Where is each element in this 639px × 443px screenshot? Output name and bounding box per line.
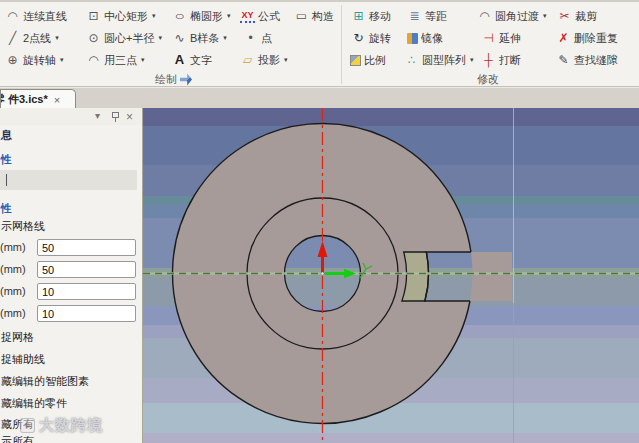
- tool-formula[interactable]: XY公式: [240, 6, 280, 26]
- tool-ellipse[interactable]: ○椭圆形▾: [172, 6, 231, 26]
- watermark-logo-icon: [20, 418, 35, 433]
- tool-trim[interactable]: ✂裁剪: [557, 6, 597, 26]
- sketch-origin-point[interactable]: [321, 272, 324, 275]
- modify-group-label: 修改: [477, 72, 499, 87]
- tool-offset[interactable]: ≣等距: [407, 6, 447, 26]
- application-window: ◠连续直线⊡中心矩形▾○椭圆形▾XY公式▭构造╱2点线▾⊙圆心+半径▾∿B样条▾…: [0, 0, 639, 443]
- document-tab[interactable]: 零 件3.ics* ×: [0, 89, 76, 109]
- tool-label: 等距: [425, 9, 447, 24]
- grid-spacing-y-input[interactable]: [37, 305, 136, 322]
- panel-link-properties-1[interactable]: 性: [1, 152, 12, 167]
- tool-label: 椭圆形: [190, 9, 223, 24]
- sketch-viewport[interactable]: [143, 108, 639, 443]
- panel-toggle-1[interactable]: 捉辅助线: [1, 352, 45, 367]
- tool-two-point-line[interactable]: ╱2点线▾: [5, 28, 59, 48]
- circle-icon: ⊙: [86, 31, 101, 45]
- mm-label: (mm): [0, 307, 26, 319]
- tool-label: 中心矩形: [104, 9, 148, 24]
- tool-label: 删除重复: [574, 31, 618, 46]
- move-icon: ⊞: [351, 9, 366, 23]
- dropdown-caret-icon[interactable]: ▾: [60, 56, 64, 64]
- tool-point[interactable]: •点: [243, 28, 272, 48]
- tool-label: 点: [261, 31, 272, 46]
- tool-mirror[interactable]: 镜像: [407, 28, 443, 48]
- mm-label: (mm): [0, 263, 26, 275]
- dropdown-caret-icon[interactable]: ▾: [470, 56, 474, 64]
- tool-break[interactable]: ┼打断: [481, 50, 521, 70]
- panel-section-info: 息: [1, 128, 12, 143]
- project-icon: ▱: [240, 53, 255, 67]
- panel-toggle-3[interactable]: 藏编辑的零件: [1, 396, 67, 411]
- tool-construct[interactable]: ▭构造: [294, 6, 334, 26]
- draw-group-label: 绘制: [155, 72, 192, 87]
- formula-icon: XY: [240, 10, 255, 23]
- properties-panel: ▾ × 息 性 性 示网格线 (mm) (mm) (mm) (mm) 捉网格捉辅…: [0, 108, 143, 443]
- point-icon: •: [243, 31, 258, 45]
- grid-height-input[interactable]: [37, 261, 136, 278]
- tool-delete-duplicate[interactable]: ✗删除重复: [556, 28, 618, 48]
- watermark: 大数跨境: [20, 416, 103, 435]
- tool-label: 镜像: [421, 31, 443, 46]
- panel-close-icon[interactable]: ×: [126, 110, 133, 124]
- delete-dup-icon: ✗: [556, 31, 571, 45]
- dropdown-caret-icon[interactable]: ▾: [158, 34, 162, 42]
- panel-link-properties-2[interactable]: 性: [1, 201, 12, 216]
- tab-close-icon[interactable]: ×: [54, 94, 60, 106]
- dropdown-caret-icon[interactable]: ▾: [227, 12, 231, 20]
- sketch-canvas: [143, 108, 639, 443]
- slot-strip-face[interactable]: [402, 252, 429, 301]
- tool-revolve-axis[interactable]: ⊕旋转轴▾: [5, 50, 64, 70]
- dropdown-caret-icon[interactable]: ▾: [141, 56, 145, 64]
- tool-rotate[interactable]: ↻旋转: [351, 28, 391, 48]
- panel-toggle-5[interactable]: 示所有: [1, 434, 34, 443]
- tool-label: 比例: [364, 53, 386, 68]
- panel-pin-icon[interactable]: [112, 112, 119, 118]
- panel-selected-row[interactable]: [0, 170, 137, 190]
- mm-label: (mm): [0, 241, 26, 253]
- tab-title: 件3.ics*: [8, 92, 48, 107]
- ellipse-icon: ○: [169, 9, 190, 23]
- panel-toggle-0[interactable]: 捉网格: [1, 330, 34, 345]
- tool-label: 移动: [369, 9, 391, 24]
- panel-header: ▾ ×: [0, 108, 142, 125]
- ribbon-toolbar: ◠连续直线⊡中心矩形▾○椭圆形▾XY公式▭构造╱2点线▾⊙圆心+半径▾∿B样条▾…: [0, 0, 639, 87]
- dropdown-caret-icon[interactable]: ▾: [152, 12, 156, 20]
- panel-show-grid-lines[interactable]: 示网格线: [1, 219, 45, 234]
- dropdown-caret-icon[interactable]: ▾: [55, 34, 59, 42]
- tool-continuous-line[interactable]: ◠连续直线: [5, 6, 67, 26]
- slot-edge[interactable]: [425, 252, 471, 301]
- tool-extend[interactable]: ⊣延伸: [481, 28, 521, 48]
- grid-spacing-x-input[interactable]: [37, 283, 136, 300]
- grid-width-input[interactable]: [37, 239, 136, 256]
- tool-text[interactable]: A文字: [172, 50, 212, 70]
- tool-project[interactable]: ▱投影▾: [240, 50, 288, 70]
- draw-group-icon: [180, 74, 192, 86]
- tool-circular-array[interactable]: ∴圆型阵列▾: [404, 50, 474, 70]
- tool-circle-center-radius[interactable]: ⊙圆心+半径▾: [86, 28, 162, 48]
- dropdown-caret-icon[interactable]: ▾: [543, 12, 547, 20]
- tool-center-rect[interactable]: ⊡中心矩形▾: [86, 6, 156, 26]
- tool-label: 圆心+半径: [104, 31, 154, 46]
- extend-icon: ⊣: [481, 31, 496, 45]
- scale-icon: [350, 55, 361, 66]
- fillet-icon: ◠: [477, 9, 492, 23]
- dropdown-caret-icon[interactable]: ▾: [223, 34, 227, 42]
- rotate-icon: ↻: [351, 31, 366, 45]
- tool-bspline[interactable]: ∿B样条▾: [172, 28, 227, 48]
- tool-label: 裁剪: [575, 9, 597, 24]
- tool-label: 投影: [258, 53, 280, 68]
- tool-label: 旋转轴: [23, 53, 56, 68]
- watermark-text: 大数跨境: [39, 416, 103, 435]
- tool-scale[interactable]: 比例: [350, 50, 386, 70]
- tool-label: 延伸: [499, 31, 521, 46]
- tool-fillet[interactable]: ◠圆角过渡▾: [477, 6, 547, 26]
- tool-label: 公式: [258, 9, 280, 24]
- panel-dropdown-icon[interactable]: ▾: [95, 110, 100, 121]
- tool-move[interactable]: ⊞移动: [351, 6, 391, 26]
- dropdown-caret-icon[interactable]: ▾: [284, 56, 288, 64]
- tool-three-point[interactable]: ◠用三点▾: [86, 50, 145, 70]
- panel-toggle-2[interactable]: 藏编辑的智能图素: [1, 374, 89, 389]
- tool-find-gap[interactable]: ✎查找缝隙: [556, 50, 618, 70]
- mirror-icon: [407, 33, 418, 44]
- text-icon: A: [172, 53, 187, 67]
